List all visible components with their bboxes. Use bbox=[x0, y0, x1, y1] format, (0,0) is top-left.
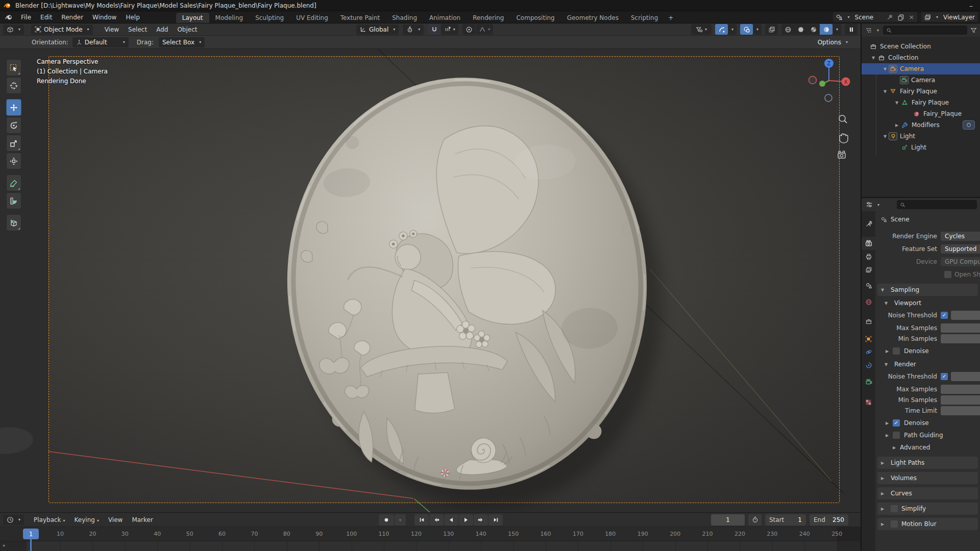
shading-material-button[interactable] bbox=[807, 24, 820, 35]
outliner-search-input[interactable] bbox=[883, 26, 967, 35]
tab-layout[interactable]: Layout bbox=[176, 13, 209, 23]
render-denoise-checkbox[interactable]: ✓ bbox=[893, 419, 900, 427]
frame-end-field[interactable]: End250 bbox=[810, 514, 848, 525]
path-guiding-row[interactable]: ▶ Path Guiding bbox=[875, 429, 980, 441]
timeline-menu-marker[interactable]: Marker bbox=[127, 515, 157, 524]
transform-orientation-dropdown[interactable]: Global ▾ bbox=[356, 24, 399, 35]
pan-view-icon[interactable] bbox=[840, 134, 848, 143]
menu-render[interactable]: Render bbox=[57, 13, 88, 22]
max-samples-value-field[interactable] bbox=[941, 323, 980, 333]
tab-output[interactable] bbox=[862, 250, 875, 263]
properties-search-input[interactable] bbox=[897, 200, 977, 209]
motion-blur-checkbox[interactable] bbox=[891, 520, 898, 528]
shading-wireframe-button[interactable] bbox=[781, 24, 794, 35]
tab-compositing[interactable]: Compositing bbox=[510, 13, 560, 23]
tool-measure[interactable] bbox=[6, 192, 21, 209]
outliner-row-camera-data[interactable]: Camera bbox=[862, 74, 980, 86]
light-paths-section[interactable]: ▶ Light Paths bbox=[877, 457, 978, 469]
next-keyframe-button[interactable] bbox=[474, 514, 488, 525]
proportional-falloff-dropdown[interactable]: ▾ bbox=[476, 24, 493, 35]
time-limit-value-field[interactable] bbox=[941, 406, 980, 415]
tab-geometry-nodes[interactable]: Geometry Nodes bbox=[561, 13, 625, 23]
expand-caret[interactable]: ▼ bbox=[870, 56, 877, 60]
expand-caret[interactable]: ▶ bbox=[893, 123, 900, 128]
viewport-denoise-checkbox[interactable] bbox=[893, 347, 900, 355]
tool-annotate[interactable] bbox=[6, 174, 21, 191]
scene-browse-button[interactable] bbox=[833, 12, 846, 22]
menu-window[interactable]: Window bbox=[88, 13, 121, 22]
playhead-line[interactable] bbox=[30, 539, 32, 551]
tool-cursor[interactable] bbox=[6, 77, 21, 94]
timeline-editor-dropdown[interactable]: ▾ bbox=[3, 515, 24, 525]
tab-texture-paint[interactable]: Texture Paint bbox=[334, 13, 386, 23]
overlays-toggle-button[interactable] bbox=[740, 24, 753, 35]
sampling-render-subheader[interactable]: ▼ Render bbox=[875, 359, 980, 370]
noise-threshold-value-field[interactable] bbox=[951, 311, 980, 320]
outliner-row-fairy-plaque-object[interactable]: ▼ Fairy Plaque bbox=[862, 86, 980, 97]
min-samples-value-field[interactable] bbox=[941, 334, 980, 343]
tab-tool[interactable] bbox=[862, 217, 875, 231]
tab-sculpting[interactable]: Sculpting bbox=[249, 13, 290, 23]
outliner-row-scene-collection[interactable]: Scene Collection bbox=[862, 41, 980, 52]
tab-modeling[interactable]: Modeling bbox=[209, 13, 250, 23]
outliner-row-light-data[interactable]: Light bbox=[862, 142, 980, 153]
render-max-samples-value-field[interactable] bbox=[941, 385, 980, 394]
jump-to-start-button[interactable] bbox=[414, 514, 429, 525]
camera-view-icon[interactable] bbox=[838, 151, 845, 158]
motion-blur-section[interactable]: ▶ Motion Blur bbox=[877, 518, 978, 530]
device-dropdown[interactable]: GPU Compute bbox=[941, 257, 980, 266]
expand-caret[interactable]: ▼ bbox=[881, 89, 889, 94]
viewport-canvas[interactable]: Camera Perspective (1) Collection | Came… bbox=[0, 49, 861, 512]
timeline-menu-playback[interactable]: Playback▾ bbox=[29, 515, 70, 524]
current-frame-field[interactable]: 1 bbox=[711, 514, 745, 525]
tab-world[interactable] bbox=[862, 295, 875, 309]
gizmos-toggle-button[interactable] bbox=[715, 24, 728, 35]
gizmo-neg-z-axis[interactable] bbox=[825, 94, 832, 102]
auto-keying-dropdown[interactable]: ▾ bbox=[395, 514, 406, 525]
jump-to-end-button[interactable] bbox=[488, 514, 503, 525]
shading-dropdown[interactable]: ▾ bbox=[833, 24, 841, 35]
frame-start-field[interactable]: Start1 bbox=[765, 514, 806, 525]
render-engine-dropdown[interactable]: Cycles bbox=[941, 232, 980, 241]
tool-rotate[interactable] bbox=[6, 117, 21, 134]
tab-collection[interactable] bbox=[862, 315, 875, 328]
tab-physics[interactable] bbox=[862, 345, 875, 359]
simplify-section[interactable]: ▶ Simplify bbox=[877, 503, 978, 515]
outliner-editor-dropdown[interactable]: ▾ bbox=[865, 25, 880, 35]
pin-icon[interactable] bbox=[887, 14, 893, 20]
gizmos-dropdown[interactable]: ▾ bbox=[728, 24, 737, 35]
curves-section[interactable]: ▶ Curves bbox=[877, 487, 978, 499]
new-scene-icon[interactable] bbox=[897, 14, 904, 21]
timeline-menu-keying[interactable]: Keying▾ bbox=[70, 515, 104, 524]
tab-object[interactable] bbox=[862, 332, 875, 345]
simplify-checkbox[interactable] bbox=[891, 505, 898, 512]
proportional-editing-button[interactable] bbox=[462, 24, 475, 35]
auto-keying-button[interactable] bbox=[379, 514, 394, 525]
timeline-tracks[interactable]: ▸ bbox=[0, 541, 861, 551]
pause-render-button[interactable] bbox=[845, 24, 857, 35]
add-workspace-button[interactable]: + bbox=[664, 13, 677, 23]
shading-solid-button[interactable] bbox=[794, 24, 807, 35]
viewlayer-name[interactable]: ViewLayer bbox=[938, 14, 978, 21]
expand-caret[interactable]: ▼ bbox=[881, 67, 889, 71]
menu-help[interactable]: Help bbox=[121, 13, 144, 22]
object-visibility-dropdown[interactable]: ▾ bbox=[691, 24, 712, 35]
drag-dropdown[interactable]: Select Box ▾ bbox=[159, 37, 205, 47]
tool-add-cube[interactable] bbox=[6, 214, 21, 231]
outliner-row-fairy-plaque-material[interactable]: Fairy_Plaque bbox=[862, 108, 980, 119]
tab-texture[interactable] bbox=[862, 395, 875, 409]
render-noise-threshold-value-field[interactable] bbox=[951, 372, 980, 381]
play-button[interactable] bbox=[459, 514, 473, 525]
feature-set-dropdown[interactable]: Supported bbox=[941, 244, 980, 254]
outliner-row-modifiers[interactable]: ▶ Modifiers bbox=[862, 119, 980, 131]
tool-select-box[interactable] bbox=[6, 59, 21, 76]
prev-keyframe-button[interactable] bbox=[429, 514, 444, 525]
orientation-default-dropdown[interactable]: Default ▾ bbox=[72, 37, 129, 47]
tab-view-layer[interactable] bbox=[862, 263, 875, 277]
snap-toggle-button[interactable] bbox=[428, 24, 440, 35]
volumes-section[interactable]: ▶ Volumes bbox=[877, 472, 978, 484]
tab-scripting[interactable]: Scripting bbox=[625, 13, 664, 23]
tool-move[interactable] bbox=[6, 99, 21, 116]
viewport-menu-select[interactable]: Select bbox=[124, 25, 152, 34]
options-dropdown[interactable]: Options ▾ bbox=[814, 37, 851, 47]
